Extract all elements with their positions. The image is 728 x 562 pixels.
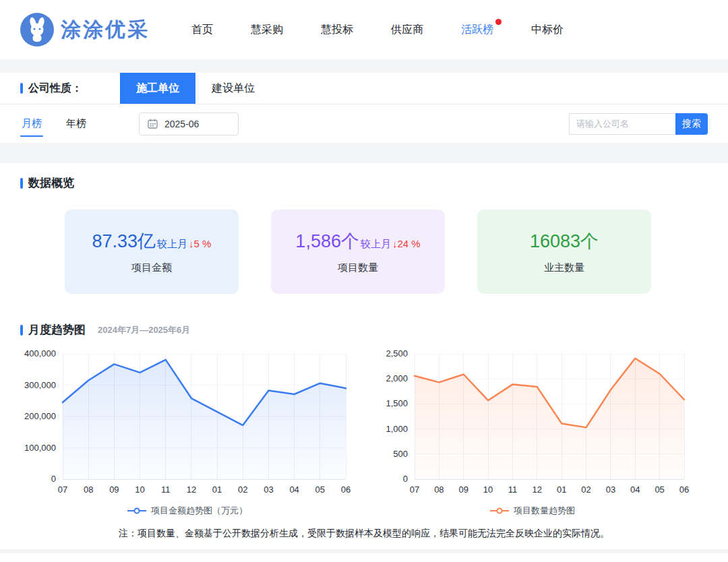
nav-item-winning-price[interactable]: 中标价 <box>531 23 564 37</box>
svg-text:06: 06 <box>679 485 689 495</box>
trend-section-title: 月度趋势图 2024年7月—2025年6月 <box>0 322 728 338</box>
month-picker-value: 2025-06 <box>164 119 199 129</box>
svg-text:03: 03 <box>264 485 273 495</box>
amount-trend-chart: 0100,000200,000300,000400,00007080910111… <box>15 344 360 517</box>
stat-delta: ↓5 % <box>189 238 211 249</box>
legend-marker-blue-icon <box>127 507 146 514</box>
company-search-input[interactable] <box>569 113 675 135</box>
search-button[interactable]: 搜索 <box>675 113 708 135</box>
stat-value: 1,586个 <box>295 229 359 253</box>
svg-text:300,000: 300,000 <box>24 380 56 390</box>
calendar-icon <box>148 119 158 129</box>
top-header: 涂涂优采 首页 慧采购 慧投标 供应商 活跃榜 中标价 <box>0 0 728 59</box>
company-type-filter-row: 公司性质： 施工单位 建设单位 <box>0 73 728 104</box>
red-dot-badge <box>495 19 502 25</box>
svg-text:02: 02 <box>238 485 247 495</box>
svg-text:500: 500 <box>393 449 408 459</box>
svg-text:01: 01 <box>212 485 222 495</box>
count-trend-chart: 05001,0001,5002,0002,5000708091011120102… <box>360 344 705 517</box>
svg-text:10: 10 <box>135 485 144 495</box>
legend-label: 项目金额趋势图（万元） <box>151 505 247 517</box>
company-type-label: 公司性质： <box>0 73 82 104</box>
stat-label: 项目数量 <box>338 261 378 274</box>
tab-monthly-rank[interactable]: 月榜 <box>20 113 43 134</box>
svg-text:09: 09 <box>458 485 468 495</box>
brand-name: 涂涂优采 <box>61 16 150 44</box>
main-content: 数据概览 87.33亿 较上月 ↓5 % 项目金额 1,586个 较上月 ↓24… <box>0 163 728 553</box>
svg-text:11: 11 <box>508 485 518 495</box>
nav-item-procurement[interactable]: 慧采购 <box>251 23 283 37</box>
svg-text:05: 05 <box>315 485 325 495</box>
stat-compare-label: 较上月 <box>361 238 391 251</box>
count-trend-legend[interactable]: 项目数量趋势图 <box>490 505 575 517</box>
svg-text:04: 04 <box>630 485 640 495</box>
title-accent-bar <box>20 83 23 94</box>
svg-text:100,000: 100,000 <box>24 443 56 453</box>
stat-card-owner-count: 16083个 业主数量 <box>477 210 651 294</box>
stat-delta: ↓24 % <box>392 238 421 249</box>
tab-development-unit[interactable]: 建设单位 <box>195 73 271 104</box>
legend-marker-orange-icon <box>490 507 509 514</box>
legend-label: 项目数量趋势图 <box>514 505 575 517</box>
svg-text:1,000: 1,000 <box>386 424 408 434</box>
ranking-controls-row: 月榜 年榜 2025-06 搜索 <box>0 104 728 143</box>
nav-item-bidding[interactable]: 慧投标 <box>321 23 353 37</box>
stat-label: 业主数量 <box>544 261 584 274</box>
svg-text:10: 10 <box>483 485 493 495</box>
svg-text:09: 09 <box>109 485 119 495</box>
svg-text:0: 0 <box>51 474 56 484</box>
svg-text:04: 04 <box>289 485 299 495</box>
svg-text:06: 06 <box>341 485 351 495</box>
svg-text:200,000: 200,000 <box>24 411 56 421</box>
svg-text:12: 12 <box>533 485 542 495</box>
company-search: 搜索 <box>569 113 708 135</box>
stat-compare-label: 较上月 <box>157 238 187 251</box>
svg-text:03: 03 <box>606 485 615 495</box>
svg-text:1,500: 1,500 <box>386 398 408 408</box>
nav-item-active-ranking-label: 活跃榜 <box>461 24 493 35</box>
overview-section-title: 数据概览 <box>0 175 728 191</box>
disclaimer-note: 注：项目数量、金额基于公开数据分析生成，受限于数据样本及模型的响应，结果可能无法… <box>0 528 728 540</box>
svg-text:11: 11 <box>161 485 171 495</box>
overview-cards: 87.33亿 较上月 ↓5 % 项目金额 1,586个 较上月 ↓24 % 项目… <box>65 210 728 294</box>
title-accent-bar <box>20 325 23 336</box>
tab-yearly-rank[interactable]: 年榜 <box>65 113 88 134</box>
stat-value: 87.33亿 <box>92 229 156 253</box>
svg-text:07: 07 <box>410 485 419 495</box>
main-nav: 首页 慧采购 慧投标 供应商 活跃榜 中标价 <box>191 23 564 37</box>
title-accent-bar <box>20 178 23 189</box>
trend-subtitle: 2024年7月—2025年6月 <box>98 324 190 336</box>
month-picker[interactable]: 2025-06 <box>139 113 239 135</box>
separator-band <box>0 143 728 163</box>
company-type-label-text: 公司性质： <box>28 82 82 96</box>
svg-text:08: 08 <box>434 485 444 495</box>
svg-text:12: 12 <box>187 485 196 495</box>
nav-item-home[interactable]: 首页 <box>191 23 213 37</box>
count-trend-plot: 05001,0001,5002,0002,5000708091011120102… <box>371 344 694 498</box>
svg-text:2,500: 2,500 <box>386 348 408 358</box>
stat-card-project-count: 1,586个 较上月 ↓24 % 项目数量 <box>271 210 445 294</box>
footer-strip <box>0 549 728 553</box>
nav-item-supplier[interactable]: 供应商 <box>391 23 423 37</box>
svg-text:400,000: 400,000 <box>24 348 56 358</box>
trend-title-text: 月度趋势图 <box>28 322 86 338</box>
svg-text:07: 07 <box>58 485 67 495</box>
svg-text:08: 08 <box>84 485 93 495</box>
brand-logo[interactable]: 涂涂优采 <box>20 13 150 46</box>
nav-item-active-ranking[interactable]: 活跃榜 <box>461 23 493 37</box>
stat-card-project-amount: 87.33亿 较上月 ↓5 % 项目金额 <box>65 210 239 294</box>
svg-text:01: 01 <box>557 485 566 495</box>
amount-trend-legend[interactable]: 项目金额趋势图（万元） <box>127 505 247 517</box>
stat-value: 16083个 <box>530 229 599 253</box>
stat-label: 项目金额 <box>131 261 172 274</box>
rabbit-logo-icon <box>20 13 54 46</box>
svg-text:05: 05 <box>655 485 664 495</box>
trend-charts: 0100,000200,000300,000400,00007080910111… <box>0 338 728 517</box>
svg-text:2,000: 2,000 <box>386 373 408 383</box>
svg-text:0: 0 <box>403 474 408 484</box>
svg-text:02: 02 <box>581 485 590 495</box>
separator-band <box>0 59 728 73</box>
tab-construction-unit[interactable]: 施工单位 <box>120 73 195 104</box>
overview-title-text: 数据概览 <box>28 175 74 191</box>
amount-trend-plot: 0100,000200,000300,000400,00007080910111… <box>20 344 355 498</box>
